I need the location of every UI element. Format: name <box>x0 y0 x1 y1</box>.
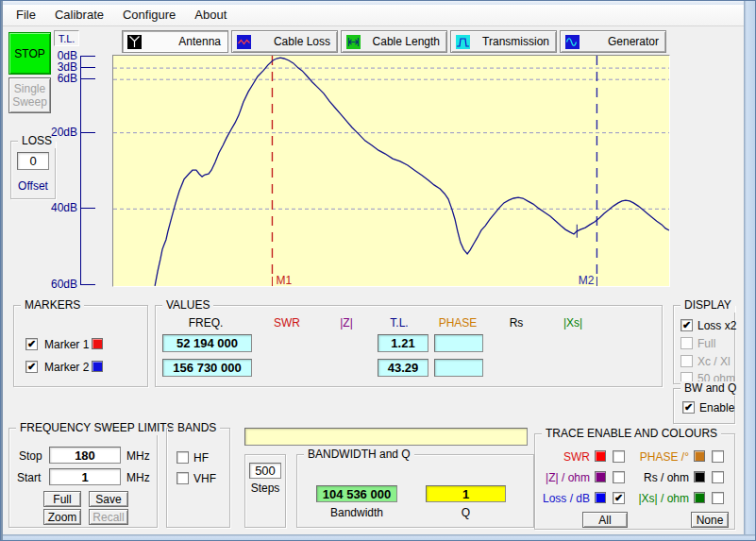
values-header-phase: PHASE <box>435 316 480 330</box>
trace-rs-checkbox[interactable] <box>712 471 724 483</box>
values-group-title: VALUES <box>162 298 213 313</box>
stop-label: Stop <box>19 449 42 463</box>
menu-file[interactable]: File <box>7 5 45 25</box>
values-header-z: |Z| <box>331 316 361 330</box>
steps-label: Steps <box>245 482 285 495</box>
marker1-freq-field[interactable]: 52 194 000 <box>162 334 252 352</box>
trace-xs-checkbox[interactable] <box>712 492 724 504</box>
display-groupbox: DISPLAY ✔ Loss x2 Full Xc / Xl 50 ohm <box>673 305 735 384</box>
trace-phase-checkbox[interactable] <box>712 450 724 463</box>
steps-input[interactable]: 500 <box>249 463 281 479</box>
transmission-mode-button[interactable]: Transmission <box>450 30 557 53</box>
single-sweep-label-line2: Sweep <box>12 95 47 109</box>
trace-phase-swatch[interactable] <box>694 450 705 462</box>
marker2-color-swatch[interactable] <box>92 361 103 372</box>
trace-rs-label: Rs / ohm <box>632 471 689 484</box>
y-axis-tick-label: 60dB <box>48 278 77 291</box>
single-sweep-button[interactable]: Single Sweep <box>8 77 51 113</box>
single-sweep-label-line1: Single <box>14 82 45 95</box>
zoom-button[interactable]: Zoom <box>43 509 81 525</box>
bwq-groupbox: BW and Q ✔ Enable <box>673 388 735 424</box>
display-group-title: DISPLAY <box>680 298 735 313</box>
q-field: 1 <box>426 485 506 502</box>
y-axis-title: T.L. <box>59 33 76 44</box>
mode-toolbar: Antenna Cable Loss Cable Length Transmis… <box>122 30 666 53</box>
marker2-phase-field <box>434 359 483 377</box>
marker1-label: Marker 1 <box>44 338 89 351</box>
trace-xs-swatch[interactable] <box>694 492 705 503</box>
transmission-icon <box>456 35 470 49</box>
markers-group-title: MARKERS <box>21 298 84 313</box>
y-axis-tick-label: 6dB <box>48 72 77 85</box>
generator-icon <box>565 35 580 49</box>
values-header-tl: T.L. <box>382 316 416 330</box>
y-axis-tick <box>80 284 95 285</box>
y-axis-tick-label: 20dB <box>48 126 77 139</box>
cable-length-mode-button[interactable]: Cable Length <box>341 30 447 53</box>
values-header-rs: Rs <box>497 316 535 330</box>
trace-swr-checkbox[interactable] <box>613 450 625 463</box>
markers-groupbox: MARKERS ✔ Marker 1 ✔ Marker 2 <box>13 305 148 387</box>
trace-swr-swatch[interactable] <box>595 450 606 462</box>
generator-mode-button[interactable]: Generator <box>560 30 666 53</box>
trace-z-checkbox[interactable] <box>613 471 625 483</box>
bwq-enable-checkbox[interactable]: ✔ <box>682 401 695 414</box>
save-button[interactable]: Save <box>89 491 128 507</box>
recall-button[interactable]: Recall <box>89 509 128 525</box>
marker2-tl-field: 43.29 <box>378 359 428 377</box>
trace-all-button[interactable]: All <box>582 512 628 528</box>
loss-x2-checkbox[interactable]: ✔ <box>680 319 693 331</box>
loss-offset-input[interactable]: 0 <box>17 152 49 170</box>
values-groupbox: VALUES FREQ. SWR |Z| T.L. PHASE Rs |Xs| … <box>155 305 663 387</box>
q-label: Q <box>426 506 506 519</box>
stop-button[interactable]: STOP <box>8 32 51 75</box>
marker1-phase-field <box>434 334 483 352</box>
y-axis-tick <box>80 208 95 209</box>
hf-label: HF <box>193 451 209 465</box>
full-span-button[interactable]: Full <box>43 491 81 507</box>
bandwidth-label: Bandwidth <box>316 506 397 519</box>
y-axis-tick <box>80 56 95 57</box>
menu-configure[interactable]: Configure <box>113 5 185 25</box>
start-unit-label: MHz <box>126 471 150 484</box>
trace-phase-label: PHASE /° <box>632 450 689 464</box>
message-field[interactable] <box>244 428 528 446</box>
trace-loss-label: Loss / dB <box>537 492 590 505</box>
y-axis: 0dB3dB6dB20dB40dB60dB <box>48 55 97 287</box>
bandwidth-field: 104 536 000 <box>316 485 397 502</box>
trace-rs-swatch[interactable] <box>694 471 705 482</box>
menu-calibrate[interactable]: Calibrate <box>45 5 113 25</box>
trace-z-label: |Z| / ohm <box>537 471 590 484</box>
sweep-limits-groupbox: FREQUENCY SWEEP LIMITS Stop 180 MHz Star… <box>8 428 158 528</box>
bands-groupbox: BANDS HF VHF <box>166 428 230 528</box>
loss-trace <box>155 58 669 286</box>
trace-none-button[interactable]: None <box>691 512 729 528</box>
menu-about[interactable]: About <box>185 5 236 25</box>
toolbar-button-label: Generator <box>583 35 661 48</box>
sweep-chart[interactable]: M1M2 <box>112 55 670 287</box>
marker1-color-swatch[interactable] <box>92 338 103 349</box>
start-freq-input[interactable]: 1 <box>49 468 121 485</box>
marker-label-m2: M2 <box>579 274 595 286</box>
antenna-mode-button[interactable]: Antenna <box>122 30 228 53</box>
trace-loss-checkbox[interactable]: ✔ <box>613 492 625 504</box>
vhf-checkbox[interactable] <box>176 472 189 484</box>
y-axis-title-box: T.L. <box>54 30 79 46</box>
stop-freq-input[interactable]: 180 <box>49 447 121 464</box>
marker2-freq-field[interactable]: 156 730 000 <box>162 359 252 377</box>
toolbar-button-label: Cable Length <box>364 35 442 48</box>
full-label: Full <box>697 337 715 350</box>
full-checkbox <box>680 337 693 349</box>
trace-loss-swatch[interactable] <box>595 492 606 503</box>
cable-loss-icon <box>237 35 251 49</box>
marker1-checkbox[interactable]: ✔ <box>25 338 38 350</box>
marker2-checkbox[interactable]: ✔ <box>25 361 38 373</box>
marker-label-m1: M1 <box>276 274 292 286</box>
menu-bar: File Calibrate Configure About <box>3 5 744 26</box>
trace-z-swatch[interactable] <box>595 471 606 482</box>
chart-plot-area[interactable]: M1M2 <box>113 56 669 286</box>
hf-checkbox[interactable] <box>176 451 189 464</box>
bwq-group-title: BW and Q <box>680 381 740 396</box>
cable-loss-mode-button[interactable]: Cable Loss <box>231 30 338 53</box>
toolbar-button-label: Transmission <box>474 35 551 48</box>
